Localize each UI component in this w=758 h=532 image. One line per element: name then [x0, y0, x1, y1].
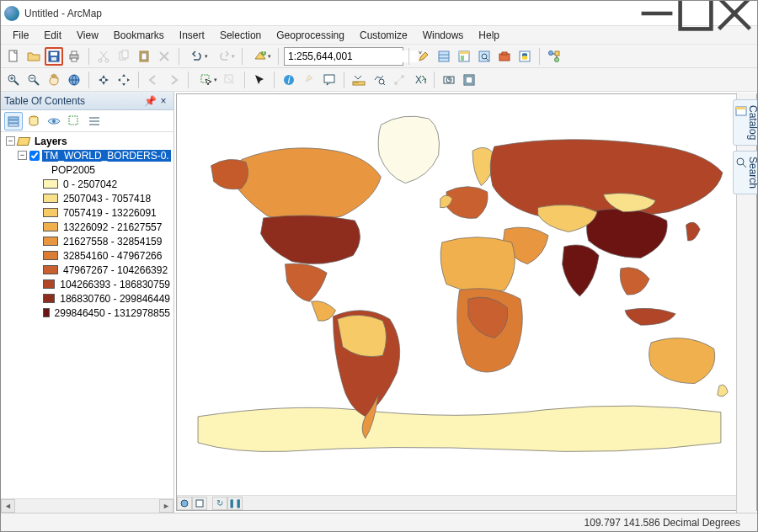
class-label: 32854160 - 47967266: [61, 250, 163, 262]
list-by-source-button[interactable]: [24, 112, 43, 130]
svg-text:i: i: [288, 74, 291, 86]
editor-toolbar-button[interactable]: [414, 47, 433, 66]
catalog-window-button[interactable]: [455, 47, 473, 66]
pan-button[interactable]: [45, 71, 63, 89]
toc-h-scrollbar[interactable]: ◄ ►: [1, 498, 173, 513]
legend-class-row[interactable]: 47967267 - 104266392: [3, 263, 172, 277]
redo-button[interactable]: ▾: [211, 47, 237, 66]
forward-extent-button[interactable]: [164, 71, 183, 89]
full-extent-button[interactable]: [65, 71, 83, 89]
collapse-icon[interactable]: −: [6, 136, 15, 146]
dataframe-label[interactable]: Layers: [33, 136, 69, 147]
undo-button[interactable]: ▾: [184, 47, 210, 66]
pause-drawing-button[interactable]: ❚❚: [227, 497, 243, 510]
model-builder-button[interactable]: [545, 47, 563, 66]
menu-windows[interactable]: Windows: [416, 28, 471, 43]
create-viewer-button[interactable]: [460, 71, 478, 89]
html-popup-button[interactable]: [320, 71, 339, 89]
map-scale-input[interactable]: ˅: [284, 47, 403, 66]
menu-customize[interactable]: Customize: [353, 28, 414, 43]
select-features-button[interactable]: ▾: [194, 71, 219, 89]
delete-button[interactable]: [155, 47, 173, 66]
refresh-view-button[interactable]: ↻: [212, 497, 227, 510]
minimize-button[interactable]: [638, 2, 676, 25]
scroll-right-icon[interactable]: ►: [159, 499, 173, 513]
menu-help[interactable]: Help: [472, 28, 506, 43]
class-swatch: [43, 237, 58, 246]
side-tab-catalog[interactable]: Catalog: [733, 99, 759, 146]
list-by-selection-button[interactable]: [65, 112, 83, 130]
legend-class-row[interactable]: 32854160 - 47967266: [3, 248, 172, 263]
menu-view[interactable]: View: [70, 28, 105, 43]
arc-toolbox-button[interactable]: [495, 47, 514, 66]
zoom-out-button[interactable]: [24, 71, 43, 89]
measure-button[interactable]: [350, 71, 368, 89]
new-document-button[interactable]: [4, 47, 23, 66]
back-extent-button[interactable]: [144, 71, 163, 89]
open-document-button[interactable]: [24, 47, 43, 66]
menu-geoprocessing[interactable]: Geoprocessing: [270, 28, 351, 43]
add-data-button[interactable]: +▾: [248, 47, 273, 66]
class-label: 21627558 - 32854159: [61, 236, 163, 247]
svg-rect-10: [72, 58, 77, 61]
save-button[interactable]: [45, 47, 63, 66]
search-window-button[interactable]: [475, 47, 494, 66]
collapse-icon[interactable]: −: [18, 151, 27, 160]
python-window-button[interactable]: [515, 47, 534, 66]
toc-dataframe-row[interactable]: − Layers: [3, 134, 172, 148]
map-view[interactable]: ▲ ▼ ↻ ❚❚: [176, 93, 757, 511]
svg-rect-63: [8, 117, 19, 120]
menu-edit[interactable]: Edit: [37, 28, 68, 43]
layer-name-label[interactable]: TM_WORLD_BORDERS-0.: [42, 150, 171, 162]
list-by-drawing-order-button[interactable]: [4, 112, 23, 130]
legend-class-row[interactable]: 7057419 - 13226091: [3, 205, 172, 220]
table-of-contents-button[interactable]: [435, 47, 453, 66]
svg-point-67: [52, 120, 56, 123]
find-route-button[interactable]: [390, 71, 408, 89]
close-button[interactable]: [715, 2, 754, 25]
legend-class-row[interactable]: 2507043 - 7057418: [3, 191, 172, 205]
map-canvas[interactable]: [177, 94, 742, 495]
menu-file[interactable]: File: [6, 28, 35, 43]
select-elements-button[interactable]: [250, 71, 269, 89]
close-pane-icon[interactable]: ×: [157, 95, 170, 107]
legend-class-row[interactable]: 186830760 - 299846449: [3, 291, 172, 306]
cut-button[interactable]: [94, 47, 113, 66]
legend-class-row[interactable]: 104266393 - 186830759: [3, 277, 172, 291]
toc-layer-row[interactable]: − TM_WORLD_BORDERS-0.: [3, 148, 172, 162]
data-view-button[interactable]: [177, 497, 192, 510]
menu-selection[interactable]: Selection: [213, 28, 268, 43]
scroll-left-icon[interactable]: ◄: [1, 499, 15, 513]
identify-button[interactable]: i: [280, 71, 298, 89]
legend-class-row[interactable]: 299846450 - 1312978855: [3, 306, 172, 320]
legend-class-row[interactable]: 0 - 2507042: [3, 177, 172, 191]
maximize-button[interactable]: [676, 2, 715, 25]
toc-tree[interactable]: − Layers − TM_WORLD_BORDERS-0. POP2005 0…: [1, 132, 173, 498]
copy-button[interactable]: [115, 47, 133, 66]
pin-icon[interactable]: 📌: [143, 95, 157, 107]
fixed-zoom-out-button[interactable]: [115, 71, 133, 89]
clear-selection-button[interactable]: [221, 71, 239, 89]
goto-xy-button[interactable]: XY: [410, 71, 429, 89]
svg-point-33: [549, 51, 553, 55]
svg-text:XY: XY: [415, 74, 426, 86]
map-scale-field[interactable]: [285, 51, 418, 62]
hyperlink-button[interactable]: [300, 71, 318, 89]
fixed-zoom-in-button[interactable]: [94, 71, 113, 89]
menu-insert[interactable]: Insert: [173, 28, 211, 43]
legend-class-row[interactable]: 13226092 - 21627557: [3, 220, 172, 234]
time-slider-button[interactable]: [440, 71, 458, 89]
layout-view-button[interactable]: [192, 497, 207, 510]
toc-options-button[interactable]: [85, 112, 104, 130]
print-button[interactable]: [65, 47, 83, 66]
find-button[interactable]: [370, 71, 388, 89]
paste-button[interactable]: [135, 47, 153, 66]
zoom-in-button[interactable]: [4, 71, 23, 89]
svg-rect-6: [51, 52, 57, 56]
side-tab-search[interactable]: Search: [733, 151, 759, 194]
legend-class-row[interactable]: 21627558 - 32854159: [3, 234, 172, 248]
menu-bookmarks[interactable]: Bookmarks: [107, 28, 171, 43]
svg-line-77: [743, 164, 746, 168]
list-by-visibility-button[interactable]: [45, 112, 63, 130]
layer-visibility-checkbox[interactable]: [29, 151, 40, 161]
